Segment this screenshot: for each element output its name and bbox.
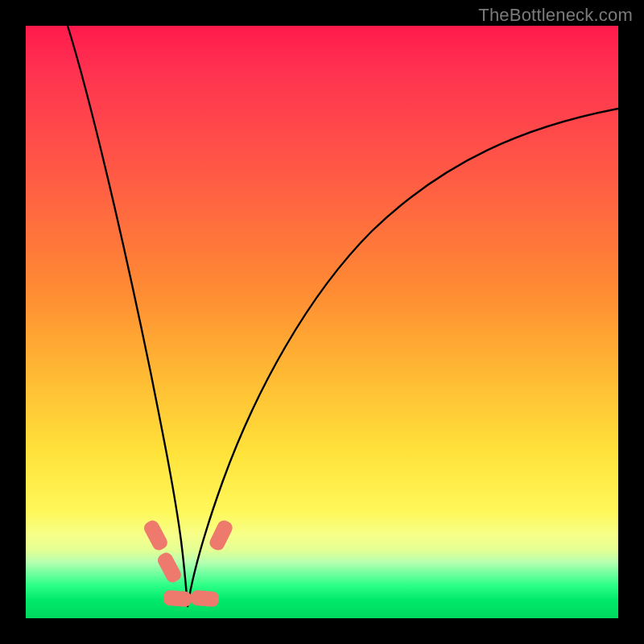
- curve-left-branch: [68, 26, 188, 606]
- curve-right-branch: [188, 109, 618, 606]
- watermark-text: TheBottleneck.com: [478, 5, 633, 26]
- plot-area: [26, 26, 618, 618]
- marker-bottom-left: [163, 590, 193, 608]
- outer-frame: TheBottleneck.com: [0, 0, 644, 644]
- bottleneck-curve: [26, 26, 618, 618]
- marker-bottom-right: [190, 590, 220, 608]
